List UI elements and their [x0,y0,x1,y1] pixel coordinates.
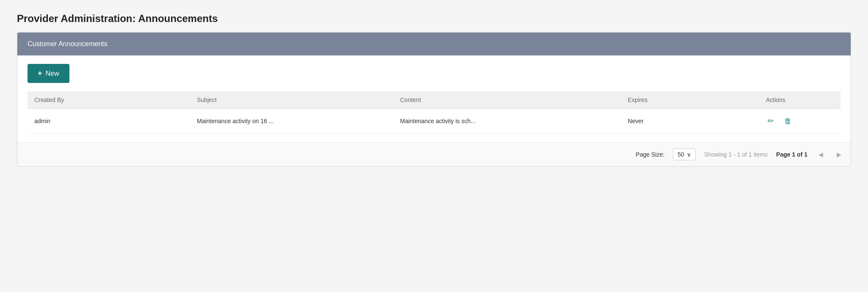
plus-icon: + [38,69,42,78]
col-header-subject: Subject [190,91,393,109]
cell-subject: Maintenance activity on 16 ... [190,109,393,134]
page-title: Provider Administration: Announcements [17,13,851,25]
new-button[interactable]: + New [28,64,69,83]
pencil-icon: ✏ [768,116,774,126]
table-body: admin Maintenance activity on 16 ... Mai… [28,109,840,134]
card-header: Customer Announcements [17,33,851,55]
next-icon: ▶ [837,151,841,158]
edit-button[interactable]: ✏ [766,115,776,127]
delete-button[interactable]: 🗑 [782,115,793,127]
page-info: Page 1 of 1 [776,151,807,158]
col-header-created-by: Created By [28,91,190,109]
trash-icon: 🗑 [784,117,792,126]
col-header-actions: Actions [759,91,840,109]
announcements-table: Created By Subject Content Expires Actio… [28,91,840,134]
page-size-label: Page Size: [636,151,665,158]
pagination-bar: Page Size: 50 ∨ Showing 1 - 1 of 1 items… [17,142,851,166]
table-header: Created By Subject Content Expires Actio… [28,91,840,109]
prev-page-button[interactable]: ◀ [816,149,826,160]
cell-expires: Never [621,109,759,134]
showing-text: Showing 1 - 1 of 1 items [704,151,768,158]
table-row: admin Maintenance activity on 16 ... Mai… [28,109,840,134]
cell-content: Maintenance activity is sch... [393,109,621,134]
col-header-content: Content [393,91,621,109]
card-body: + New Created By Subject Content Expires… [17,55,851,142]
header-row: Created By Subject Content Expires Actio… [28,91,840,109]
page-size-value: 50 [677,151,684,158]
col-header-expires: Expires [621,91,759,109]
page-size-select[interactable]: 50 ∨ [673,149,696,160]
actions-cell: ✏ 🗑 [766,115,834,127]
cell-created-by: admin [28,109,190,134]
announcements-card: Customer Announcements + New Created By … [17,32,851,167]
card-header-title: Customer Announcements [28,40,108,47]
prev-icon: ◀ [818,151,823,158]
next-page-button[interactable]: ▶ [834,149,844,160]
new-button-label: New [46,70,59,77]
chevron-down-icon: ∨ [687,151,691,158]
cell-actions: ✏ 🗑 [759,109,840,134]
